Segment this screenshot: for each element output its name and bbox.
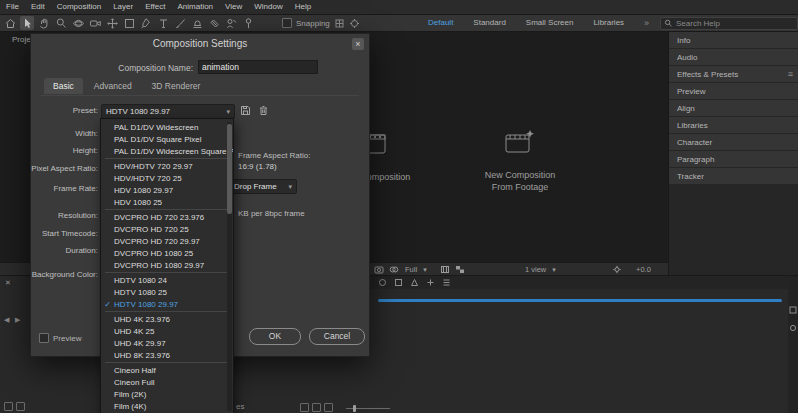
channels-icon[interactable] — [389, 265, 399, 274]
timeline-toggle-icon[interactable] — [312, 403, 321, 412]
workspace-tab[interactable]: Standard — [463, 15, 515, 31]
preset-option[interactable]: ✓ Cineon Half — [101, 364, 233, 376]
timeline-zoom-knob[interactable] — [353, 405, 356, 412]
dropdown-scrollbar-thumb[interactable] — [227, 124, 232, 214]
menu-item[interactable]: File — [0, 0, 25, 14]
snap-option-icon[interactable] — [334, 18, 345, 29]
home-icon[interactable] — [3, 16, 17, 30]
save-preset-icon[interactable] — [239, 104, 252, 117]
pan-behind-tool-icon[interactable] — [105, 16, 119, 30]
snap-option-icon[interactable] — [349, 18, 360, 29]
dialog-tab[interactable]: Basic — [44, 78, 83, 94]
preset-option[interactable]: ✓ HDV/HDTV 720 29.97 — [101, 160, 233, 172]
preview-checkbox[interactable] — [39, 333, 49, 343]
preset-option[interactable]: ✓ HDV 1080 25 — [101, 196, 233, 208]
ok-button[interactable]: OK — [249, 328, 301, 345]
brush-tool-icon[interactable] — [173, 16, 187, 30]
preset-option[interactable]: ✓ HDV 1080 29.97 — [101, 184, 233, 196]
timeline-toggle-icon[interactable] — [300, 403, 309, 412]
preset-option[interactable]: ✓ UHD 4K 25 — [101, 325, 233, 337]
work-area-bar[interactable] — [378, 299, 782, 302]
search-help-input[interactable] — [676, 19, 794, 28]
eraser-tool-icon[interactable] — [207, 16, 221, 30]
preset-option[interactable]: ✓ UHD 4K 29.97 — [101, 337, 233, 349]
preset-option[interactable]: ✓ DVCPRO HD 720 23.976 — [101, 211, 233, 223]
delete-preset-icon[interactable] — [257, 104, 270, 117]
panel-header[interactable]: Preview ≡ — [669, 83, 798, 99]
panel-header[interactable]: Align ≡ — [669, 100, 798, 116]
timeline-option-icon[interactable] — [442, 278, 451, 287]
preset-option[interactable]: ✓ Cineon Full — [101, 376, 233, 388]
footer-icon[interactable] — [4, 402, 13, 411]
composition-mini-icon[interactable] — [789, 306, 797, 314]
timeline-option-icon[interactable] — [394, 278, 403, 287]
preset-option[interactable]: ✓ HDTV 1080 24 — [101, 274, 233, 286]
hand-tool-icon[interactable] — [37, 16, 51, 30]
timeline-option-icon[interactable] — [426, 278, 435, 287]
new-composition-from-footage-button-line2[interactable]: From Footage — [450, 182, 590, 192]
drop-frame-dropdown[interactable]: Drop Frame ▾ — [229, 179, 297, 194]
zoom-tool-icon[interactable] — [54, 16, 68, 30]
preset-option[interactable]: ✓ PAL D1/DV Widescreen — [101, 121, 233, 133]
camera-mini-icon[interactable] — [789, 324, 797, 332]
preset-option[interactable]: ✓ UHD 8K 23.976 — [101, 349, 233, 361]
selection-tool-icon[interactable] — [20, 16, 34, 30]
menu-item[interactable]: Layer — [107, 0, 139, 14]
preset-option[interactable]: ✓ Film (4K) — [101, 400, 233, 412]
menu-item[interactable]: View — [219, 0, 248, 14]
panel-header[interactable]: Tracker ≡ — [669, 168, 798, 184]
pen-tool-icon[interactable] — [139, 16, 153, 30]
menu-item[interactable]: Help — [289, 0, 317, 14]
dialog-tab[interactable]: Advanced — [85, 78, 141, 94]
preset-option[interactable]: ✓ DVCPRO HD 1080 25 — [101, 247, 233, 259]
nav-next-icon[interactable]: ▶ — [15, 316, 20, 324]
preset-option[interactable]: ✓ DVCPRO HD 720 29.97 — [101, 235, 233, 247]
type-tool-icon[interactable] — [156, 16, 170, 30]
preset-option[interactable]: ✓ PAL D1/DV Square Pixel — [101, 133, 233, 145]
timeline-option-icon[interactable] — [410, 278, 419, 287]
preset-option[interactable]: ✓ HDTV 1080 29.97 — [101, 298, 233, 310]
nav-prev-icon[interactable]: ◀ — [4, 316, 9, 324]
workspace-tab[interactable]: Default — [418, 15, 463, 31]
workspace-tab[interactable]: Small Screen — [516, 15, 584, 31]
dialog-close-button[interactable]: × — [352, 38, 364, 50]
timeline-toggle-icon[interactable] — [324, 403, 333, 412]
menu-item[interactable]: Composition — [51, 0, 107, 14]
preset-option[interactable]: ✓ UHD 4K 23.976 — [101, 313, 233, 325]
menu-item[interactable]: Animation — [171, 0, 219, 14]
timeline-option-icon[interactable] — [378, 278, 387, 287]
preset-dropdown[interactable]: HDTV 1080 29.97 ▾ — [101, 104, 235, 119]
panel-header[interactable]: Libraries ≡ — [669, 117, 798, 133]
workspace-overflow-icon[interactable]: » — [644, 15, 649, 31]
preset-option[interactable]: ✓ DVCPRO HD 720 25 — [101, 223, 233, 235]
camera-tool-icon[interactable] — [88, 16, 102, 30]
panel-header[interactable]: Effects & Presets ≡ — [669, 66, 798, 82]
dialog-tab[interactable]: 3D Renderer — [143, 78, 210, 94]
dropdown-scrollbar[interactable] — [227, 122, 232, 411]
clone-stamp-tool-icon[interactable] — [190, 16, 204, 30]
snapping-checkbox[interactable] — [282, 18, 292, 28]
menu-item[interactable]: Window — [248, 0, 288, 14]
close-icon[interactable]: ✕ — [5, 279, 11, 287]
puppet-pin-tool-icon[interactable] — [241, 16, 255, 30]
footer-icon[interactable] — [16, 402, 25, 411]
transparency-grid-icon[interactable] — [455, 265, 465, 274]
snapshot-icon[interactable] — [374, 265, 384, 274]
preset-option[interactable]: ✓ DVCPRO HD 1080 29.97 — [101, 259, 233, 271]
roto-brush-tool-icon[interactable] — [224, 16, 238, 30]
orbit-camera-tool-icon[interactable] — [71, 16, 85, 30]
panel-header[interactable]: Character ≡ — [669, 134, 798, 150]
exposure-icon[interactable] — [612, 265, 622, 274]
preset-option[interactable]: ✓ HDTV 1080 25 — [101, 286, 233, 298]
panel-tab-fragment[interactable]: es — [236, 402, 244, 411]
composition-name-input[interactable] — [198, 60, 318, 74]
mask-shape-tool-icon[interactable] — [122, 16, 136, 30]
menu-item[interactable]: Effect — [139, 0, 171, 14]
new-composition-from-footage-button[interactable]: New Composition — [450, 170, 590, 180]
menu-item[interactable]: Edit — [25, 0, 51, 14]
panel-menu-icon[interactable]: ≡ — [788, 66, 793, 82]
region-of-interest-icon[interactable] — [440, 265, 450, 274]
preset-option[interactable]: ✓ HDV/HDTV 720 25 — [101, 172, 233, 184]
panel-header[interactable]: Info ≡ — [669, 32, 798, 48]
preset-option[interactable]: ✓ Film (2K) — [101, 388, 233, 400]
